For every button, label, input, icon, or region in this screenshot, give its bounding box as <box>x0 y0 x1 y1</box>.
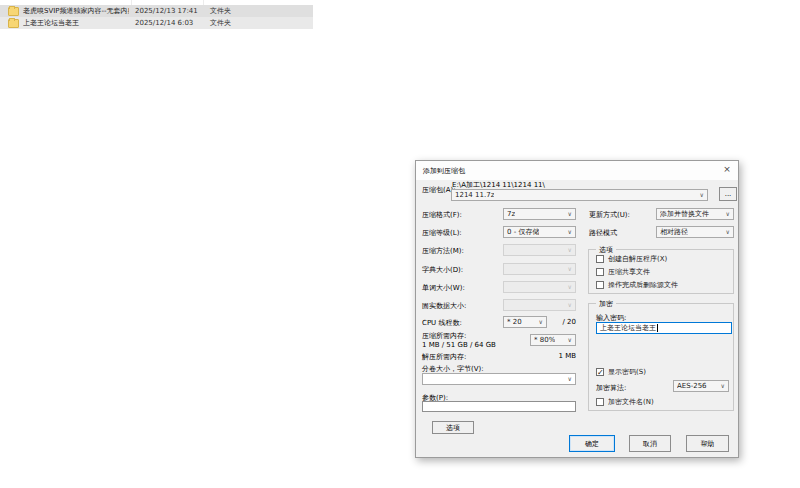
file-date: 2025/12/13 17:41 <box>135 7 198 15</box>
desktop: 老虎嗅SVIP频道独家内容--无套内射丰乳... 2025/12/13 17:4… <box>0 0 800 488</box>
file-type: 文件夹 <box>210 18 231 28</box>
show-password-checkbox[interactable]: 显示密码(S) <box>596 367 646 377</box>
encryption-method-label: 加密算法: <box>596 383 626 393</box>
path-mode-label: 路径模式 <box>589 228 617 238</box>
path-mode-value: 相对路径 <box>660 227 688 237</box>
method-combo: ∨ <box>503 244 576 256</box>
encryption-method-combo[interactable]: AES-256 ∨ <box>673 380 729 392</box>
chevron-down-icon: ∨ <box>568 374 572 384</box>
create-sfx-checkbox[interactable]: 创建自解压程序(X) <box>596 254 667 264</box>
checkbox-icon[interactable] <box>596 368 604 376</box>
folder-icon <box>8 19 19 28</box>
checkbox-icon[interactable] <box>596 281 604 289</box>
text-caret <box>657 324 658 332</box>
delete-after-checkbox[interactable]: 操作完成后删除源文件 <box>596 280 678 290</box>
encrypt-names-label: 加密文件名(N) <box>608 397 654 407</box>
add-to-archive-dialog: 添加到压缩包 × 压缩包(A): E:\A加工\1214 11\1214 11\… <box>415 160 739 458</box>
update-mode-value: 添加并替换文件 <box>660 209 709 219</box>
ok-button[interactable]: 确定 <box>569 435 615 452</box>
file-type: 文件夹 <box>210 6 231 16</box>
cancel-button[interactable]: 取消 <box>629 435 671 452</box>
memory-usage-combo[interactable]: * 80% ∨ <box>530 334 576 346</box>
method-label: 压缩方法(M): <box>422 246 464 256</box>
level-combo[interactable]: 0 - 仅存储 ∨ <box>503 226 576 238</box>
chevron-down-icon: ∨ <box>568 300 572 310</box>
chevron-down-icon: ∨ <box>721 381 725 391</box>
chevron-down-icon: ∨ <box>568 209 572 219</box>
cpu-threads-label: CPU 线程数: <box>422 318 462 328</box>
chevron-down-icon: ∨ <box>700 190 704 200</box>
solid-size-combo: ∨ <box>503 299 576 311</box>
chevron-down-icon: ∨ <box>568 245 572 255</box>
format-combo[interactable]: 7z ∨ <box>503 208 576 220</box>
file-date: 2025/12/14 6:03 <box>135 19 193 27</box>
password-value: 上老王论坛当老王 <box>600 323 656 333</box>
chevron-down-icon: ∨ <box>726 209 730 219</box>
volume-size-combo[interactable]: ∨ <box>422 373 576 385</box>
parameters-input[interactable] <box>422 401 576 412</box>
dictionary-combo: ∨ <box>503 263 576 275</box>
password-input[interactable]: 上老王论坛当老王 <box>596 322 732 334</box>
memory-compress-detail: 1 MB / 51 GB / 64 GB <box>422 341 496 349</box>
create-sfx-label: 创建自解压程序(X) <box>608 254 667 264</box>
file-name: 上老王论坛当老王 <box>23 18 129 28</box>
checkbox-icon[interactable] <box>596 268 604 276</box>
file-row[interactable]: 上老王论坛当老王 2025/12/14 6:03 文件夹 <box>0 17 313 29</box>
chevron-down-icon: ∨ <box>568 335 572 345</box>
file-name: 老虎嗅SVIP频道独家内容--无套内射丰乳... <box>23 6 129 16</box>
dialog-titlebar[interactable]: 添加到压缩包 × <box>416 161 738 180</box>
update-mode-combo[interactable]: 添加并替换文件 ∨ <box>656 208 734 220</box>
checkbox-icon[interactable] <box>596 255 604 263</box>
folder-icon <box>8 7 19 16</box>
delete-after-label: 操作完成后删除源文件 <box>608 280 678 290</box>
format-label: 压缩格式(F): <box>422 210 462 220</box>
options-button[interactable]: 选项 <box>432 421 474 434</box>
memory-usage-value: * 80% <box>534 336 555 344</box>
chevron-down-icon: ∨ <box>568 282 572 292</box>
checkbox-icon[interactable] <box>596 398 604 406</box>
word-size-label: 单词大小(W): <box>422 283 465 293</box>
memory-decompress-value: 1 MB <box>526 352 576 360</box>
file-row[interactable]: 老虎嗅SVIP频道独家内容--无套内射丰乳... 2025/12/13 17:4… <box>0 5 313 17</box>
memory-compress-label: 压缩所需内存: <box>422 331 466 341</box>
path-mode-combo[interactable]: 相对路径 ∨ <box>656 226 734 238</box>
cpu-threads-max: / 20 <box>536 318 576 326</box>
chevron-down-icon: ∨ <box>568 264 572 274</box>
close-icon[interactable]: × <box>720 163 734 176</box>
encrypt-names-checkbox[interactable]: 加密文件名(N) <box>596 397 654 407</box>
archive-name-combo[interactable]: 1214 11.7z ∨ <box>451 189 708 201</box>
memory-decompress-label: 解压所需内存: <box>422 352 466 362</box>
solid-size-label: 固实数据大小: <box>422 301 466 311</box>
compress-shared-label: 压缩共享文件 <box>608 267 650 277</box>
browse-button[interactable]: ... <box>719 187 737 201</box>
archive-name-value: 1214 11.7z <box>455 191 494 199</box>
encryption-method-value: AES-256 <box>677 382 707 390</box>
help-button[interactable]: 帮助 <box>686 435 729 452</box>
encryption-group-title: 加密 <box>596 299 616 309</box>
dialog-title: 添加到压缩包 <box>423 166 465 176</box>
format-value: 7z <box>507 210 515 218</box>
compress-shared-checkbox[interactable]: 压缩共享文件 <box>596 267 650 277</box>
level-label: 压缩等级(L): <box>422 228 462 238</box>
file-list: 老虎嗅SVIP频道独家内容--无套内射丰乳... 2025/12/13 17:4… <box>0 0 320 30</box>
word-size-combo: ∨ <box>503 281 576 293</box>
update-mode-label: 更新方式(U): <box>589 210 630 220</box>
chevron-down-icon: ∨ <box>568 227 572 237</box>
level-value: 0 - 仅存储 <box>507 227 539 237</box>
dictionary-label: 字典大小(D): <box>422 265 463 275</box>
show-password-label: 显示密码(S) <box>608 367 646 377</box>
cpu-threads-value: * 20 <box>507 318 522 326</box>
chevron-down-icon: ∨ <box>726 227 730 237</box>
